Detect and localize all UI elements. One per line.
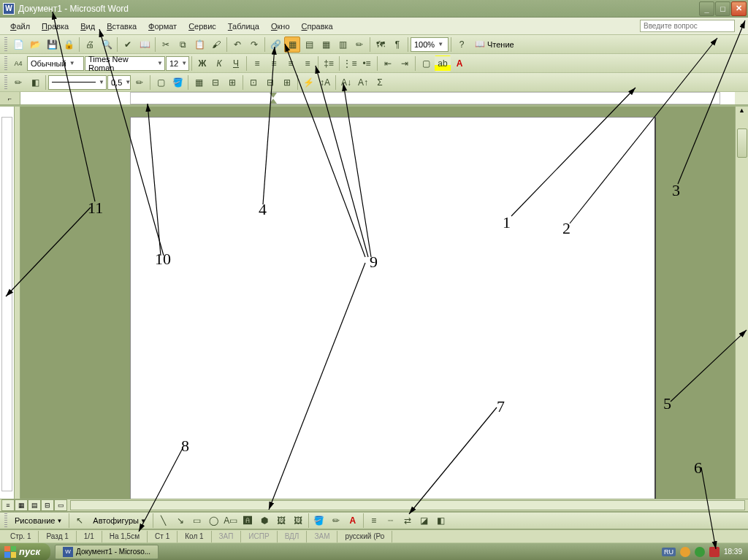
toolbar-grip[interactable] [4, 56, 7, 71]
diagram-button[interactable]: ⬢ [256, 513, 272, 529]
distribute-cols-button[interactable]: ⊞ [279, 74, 295, 91]
wordart-button[interactable]: 🅰 [240, 513, 256, 529]
status-trk[interactable]: ИСПР [241, 531, 277, 542]
language-indicator[interactable]: RU [662, 548, 676, 556]
columns-button[interactable]: ▥ [335, 37, 351, 53]
document-area[interactable] [20, 107, 735, 499]
horizontal-scrollbar[interactable] [70, 500, 745, 510]
line-spacing-button[interactable]: ‡≡ [321, 55, 337, 72]
menu-window[interactable]: Окно [265, 19, 296, 34]
sort-desc-button[interactable]: A↑ [355, 74, 371, 91]
align-right-button[interactable]: ≡ [283, 55, 299, 72]
table-autoformat-button[interactable]: ⚡ [300, 74, 316, 91]
redo-button[interactable]: ↷ [246, 37, 262, 53]
page[interactable] [130, 117, 656, 499]
line-color-button[interactable]: ✏ [328, 513, 344, 529]
horizontal-ruler[interactable] [20, 92, 735, 104]
oval-tool-button[interactable]: ◯ [206, 513, 222, 529]
underline-button[interactable]: Ч [228, 55, 244, 72]
border-color-button[interactable]: ✏ [131, 74, 148, 91]
format-painter-button[interactable]: 🖌 [208, 37, 224, 53]
justify-button[interactable]: ≡ [299, 55, 316, 72]
scrollbar-thumb[interactable] [737, 129, 747, 158]
sort-asc-button[interactable]: A↓ [338, 74, 354, 91]
increase-indent-button[interactable]: ⇥ [397, 55, 413, 72]
insert-table-btn2[interactable]: ▦ [191, 74, 207, 91]
merge-cells-button[interactable]: ⊟ [207, 74, 224, 91]
tray-icon[interactable] [680, 547, 690, 557]
toolbar-grip[interactable] [4, 513, 7, 528]
zoom-dropdown[interactable]: 100%▼ [411, 37, 449, 52]
autoshapes-menu[interactable]: Автофигуры▼ [88, 514, 150, 527]
menu-view[interactable]: Вид [75, 19, 101, 34]
text-direction-button[interactable]: ↕A [317, 74, 333, 91]
print-preview-button[interactable]: 🔍 [99, 37, 115, 53]
tab-selector[interactable]: ⌐ [0, 92, 20, 104]
doc-map-button[interactable]: 🗺 [373, 37, 389, 53]
reading-mode-button[interactable]: 📖 Чтение [470, 37, 519, 53]
decrease-indent-button[interactable]: ⇤ [380, 55, 396, 72]
web-view-button[interactable]: ▦ [15, 499, 28, 511]
toolbar-grip[interactable] [4, 37, 7, 52]
open-button[interactable]: 📂 [27, 37, 43, 53]
distribute-rows-button[interactable]: ⊟ [262, 74, 278, 91]
close-button[interactable]: ✕ [731, 1, 747, 16]
bold-button[interactable]: Ж [194, 55, 210, 72]
clipart-button[interactable]: 🖼 [273, 513, 289, 529]
numbered-list-button[interactable]: ⋮≡ [342, 55, 358, 72]
insert-table-button[interactable]: ▤ [301, 37, 317, 53]
vertical-ruler[interactable] [0, 107, 15, 499]
first-line-indent-marker[interactable] [270, 93, 277, 98]
align-center-button[interactable]: ≡ [266, 55, 282, 72]
permissions-button[interactable]: 🔒 [61, 37, 77, 53]
print-button[interactable]: 🖨 [82, 37, 98, 53]
eraser-button[interactable]: ◧ [27, 74, 43, 91]
cut-button[interactable]: ✂ [158, 37, 174, 53]
rectangle-tool-button[interactable]: ▭ [189, 513, 205, 529]
menu-table[interactable]: Таблица [222, 19, 265, 34]
hanging-indent-marker[interactable] [270, 99, 277, 104]
shading-color-button[interactable]: 🪣 [169, 74, 186, 91]
font-size-dropdown[interactable]: 12▼ [166, 56, 189, 71]
textbox-tool-button[interactable]: A▭ [223, 513, 239, 529]
split-cells-button[interactable]: ⊞ [224, 74, 240, 91]
menu-edit[interactable]: Правка [36, 19, 75, 34]
styles-pane-button[interactable]: A4 [10, 55, 26, 72]
show-paragraph-button[interactable]: ¶ [389, 37, 405, 53]
highlight-color-button[interactable]: ab [435, 55, 451, 72]
arrow-style-button[interactable]: ⇄ [400, 513, 416, 529]
reading-view-button[interactable]: ▭ [54, 499, 67, 511]
bullet-list-button[interactable]: •≡ [359, 55, 375, 72]
drawing-menu[interactable]: Рисование▼ [10, 514, 66, 527]
status-rec[interactable]: ЗАП [212, 531, 242, 542]
line-style-dropdown[interactable]: ▼ [48, 75, 107, 90]
undo-button[interactable]: ↶ [229, 37, 245, 53]
select-objects-button[interactable]: ↖ [72, 513, 88, 529]
3d-button[interactable]: ◧ [433, 513, 449, 529]
tray-shield-icon[interactable] [709, 547, 720, 557]
fill-color-button[interactable]: 🪣 [311, 513, 327, 529]
research-button[interactable]: 📖 [137, 37, 153, 53]
autosum-button[interactable]: Σ [372, 74, 388, 91]
menu-tools[interactable]: Сервис [183, 19, 222, 34]
style-dropdown[interactable]: Обычный▼ [27, 56, 84, 71]
menu-format[interactable]: Формат [142, 19, 183, 34]
menu-file[interactable]: Файл [4, 19, 36, 34]
tray-icon[interactable] [695, 547, 705, 557]
status-lang[interactable]: русский (Ро [337, 531, 392, 542]
hyperlink-button[interactable]: 🔗 [267, 37, 283, 53]
print-view-button[interactable]: ▤ [28, 499, 41, 511]
menu-help[interactable]: Справка [296, 19, 339, 34]
maximize-button[interactable]: □ [715, 1, 730, 16]
start-button[interactable]: пуск [0, 543, 50, 561]
line-tool-button[interactable]: ╲ [156, 513, 172, 529]
shadow-button[interactable]: ◪ [416, 513, 432, 529]
help-button[interactable]: ? [454, 37, 470, 53]
save-button[interactable]: 💾 [44, 37, 60, 53]
taskbar-word-button[interactable]: W Документ1 - Microso... [55, 545, 159, 559]
line-weight-dropdown[interactable]: 0,5▼ [107, 75, 131, 90]
font-color-button[interactable]: A [451, 55, 468, 72]
copy-button[interactable]: ⧉ [175, 37, 191, 53]
status-ext[interactable]: ВДЛ [278, 531, 308, 542]
line-style-button[interactable]: ≡ [366, 513, 382, 529]
